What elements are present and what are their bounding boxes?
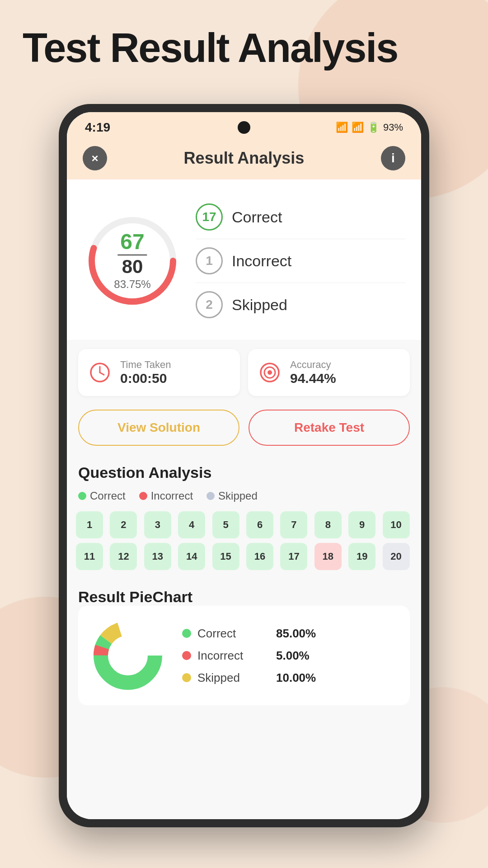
legend-label-skipped: Skipped: [218, 490, 258, 502]
battery-icon: 🔋: [367, 122, 380, 133]
metrics-row: Time Taken 0:00:50 Accuracy 94.: [67, 340, 421, 405]
camera-dot: [238, 121, 250, 134]
question-cell-13[interactable]: 13: [144, 543, 171, 570]
question-cell-10[interactable]: 10: [383, 511, 410, 538]
wifi-icon: 📶: [336, 122, 348, 133]
question-grid: 1234567891011121314151617181920: [67, 509, 421, 579]
score-circle: 67 80 83.75%: [83, 211, 182, 311]
view-solution-button[interactable]: View Solution: [78, 410, 239, 446]
stat-item-correct: 17 Correct: [196, 195, 405, 239]
target-icon: [257, 360, 282, 385]
pie-pct-correct: 85.00%: [276, 627, 316, 641]
score-inner: 67 80 83.75%: [114, 231, 150, 291]
legend-skipped: Skipped: [206, 490, 258, 502]
pie-legend: Correct 85.00% Incorrect 5.00% Skipped 1…: [182, 627, 316, 685]
time-taken-value: 0:00:50: [120, 371, 171, 386]
status-bar: 4:19 📶 📶 🔋 93%: [67, 112, 421, 139]
header-title: Result Analysis: [184, 149, 305, 168]
time-taken-title: Time Taken: [120, 359, 171, 371]
status-time: 4:19: [85, 120, 110, 135]
status-icons: 📶 📶 🔋 93%: [336, 122, 403, 133]
time-taken-card: Time Taken 0:00:50: [78, 349, 240, 396]
app-header: × Result Analysis i: [67, 139, 421, 179]
question-cell-15[interactable]: 15: [212, 543, 239, 570]
buttons-row: View Solution Retake Test: [67, 405, 421, 455]
score-section: 67 80 83.75% 17 Correct 1 Incorrect: [67, 179, 421, 340]
accuracy-info: Accuracy 94.44%: [290, 359, 336, 386]
score-denominator: 80: [114, 257, 150, 276]
info-button[interactable]: i: [381, 146, 405, 170]
time-taken-info: Time Taken 0:00:50: [120, 359, 171, 386]
score-divider: [117, 255, 147, 255]
stat-badge-incorrect: 1: [196, 247, 223, 274]
svg-point-7: [267, 370, 272, 375]
legend-incorrect: Incorrect: [139, 490, 193, 502]
question-cell-20[interactable]: 20: [383, 543, 410, 570]
question-cell-1[interactable]: 1: [76, 511, 103, 538]
legend-row: Correct Incorrect Skipped: [67, 486, 421, 509]
stat-badge-skipped: 2: [196, 291, 223, 318]
score-numerator: 67: [114, 231, 150, 253]
main-content: 67 80 83.75% 17 Correct 1 Incorrect: [67, 179, 421, 819]
piechart-title: Result PieChart: [67, 579, 421, 606]
phone-screen: 4:19 📶 📶 🔋 93% × Result Analysis i: [67, 112, 421, 819]
stats-list: 17 Correct 1 Incorrect 2 Skipped: [196, 195, 405, 326]
question-cell-14[interactable]: 14: [178, 543, 205, 570]
stat-badge-correct: 17: [196, 203, 223, 231]
stat-item-skipped: 2 Skipped: [196, 283, 405, 326]
retake-test-button[interactable]: Retake Test: [249, 410, 410, 446]
piechart-section: Correct 85.00% Incorrect 5.00% Skipped 1…: [67, 606, 421, 719]
pie-label-correct: Correct: [197, 627, 270, 641]
question-cell-12[interactable]: 12: [110, 543, 137, 570]
question-cell-9[interactable]: 9: [348, 511, 375, 538]
question-cell-5[interactable]: 5: [212, 511, 239, 538]
close-button[interactable]: ×: [83, 146, 107, 170]
battery-percent: 93%: [383, 122, 403, 133]
question-cell-18[interactable]: 18: [314, 543, 342, 570]
svg-line-4: [100, 373, 104, 375]
legend-label-correct: Correct: [90, 490, 126, 502]
pie-label-incorrect: Incorrect: [197, 649, 270, 663]
clock-icon: [87, 360, 112, 385]
accuracy-card: Accuracy 94.44%: [248, 349, 410, 396]
legend-label-incorrect: Incorrect: [151, 490, 193, 502]
pie-dot-correct: [182, 629, 191, 638]
pie-pct-incorrect: 5.00%: [276, 649, 310, 663]
close-icon: ×: [91, 151, 98, 165]
pie-chart: [89, 617, 166, 694]
question-cell-17[interactable]: 17: [280, 543, 307, 570]
stat-label-skipped: Skipped: [232, 296, 287, 314]
question-cell-19[interactable]: 19: [348, 543, 375, 570]
question-cell-6[interactable]: 6: [246, 511, 273, 538]
accuracy-title: Accuracy: [290, 359, 336, 371]
pie-dot-skipped: [182, 673, 191, 682]
info-icon: i: [391, 151, 395, 165]
question-cell-4[interactable]: 4: [178, 511, 205, 538]
question-cell-11[interactable]: 11: [76, 543, 103, 570]
pie-dot-incorrect: [182, 651, 191, 660]
signal-icon: 📶: [352, 122, 364, 133]
legend-correct: Correct: [78, 490, 126, 502]
question-analysis-title: Question Analysis: [67, 455, 421, 486]
stat-label-incorrect: Incorrect: [232, 252, 291, 270]
question-cell-3[interactable]: 3: [144, 511, 171, 538]
pie-legend-correct: Correct 85.00%: [182, 627, 316, 641]
question-cell-7[interactable]: 7: [280, 511, 307, 538]
question-cell-8[interactable]: 8: [314, 511, 342, 538]
score-percent: 83.75%: [114, 278, 150, 291]
pie-pct-skipped: 10.00%: [276, 671, 316, 685]
legend-dot-incorrect: [139, 492, 147, 500]
stat-label-correct: Correct: [232, 208, 282, 226]
question-cell-16[interactable]: 16: [246, 543, 273, 570]
accuracy-value: 94.44%: [290, 371, 336, 386]
phone-frame: 4:19 📶 📶 🔋 93% × Result Analysis i: [59, 104, 429, 827]
question-cell-2[interactable]: 2: [110, 511, 137, 538]
piechart-container: Correct 85.00% Incorrect 5.00% Skipped 1…: [78, 606, 410, 705]
legend-dot-skipped: [206, 492, 215, 500]
pie-label-skipped: Skipped: [197, 671, 270, 685]
stat-item-incorrect: 1 Incorrect: [196, 239, 405, 283]
pie-legend-skipped: Skipped 10.00%: [182, 671, 316, 685]
svg-point-11: [109, 637, 147, 675]
page-title: Test Result Analysis: [23, 25, 398, 71]
pie-legend-incorrect: Incorrect 5.00%: [182, 649, 316, 663]
